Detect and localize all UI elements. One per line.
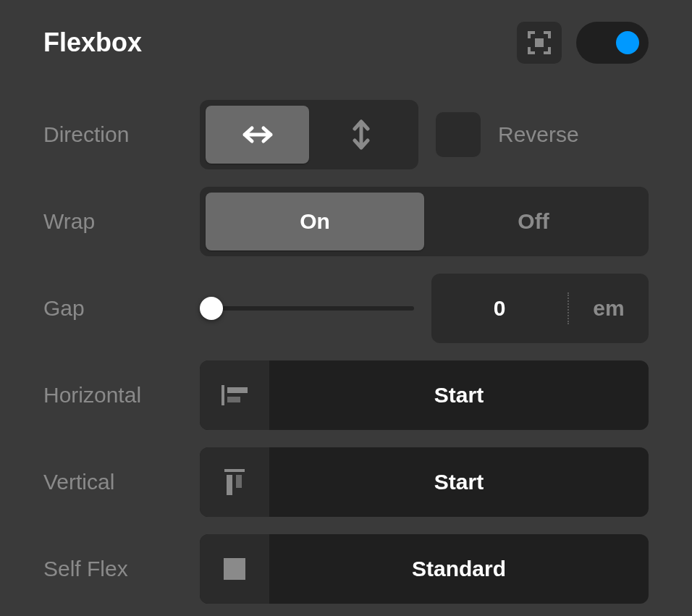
vertical-controls: Start bbox=[200, 447, 649, 517]
gap-unit-select[interactable]: em bbox=[569, 296, 649, 321]
direction-row-button[interactable] bbox=[206, 106, 309, 164]
slider-track bbox=[200, 306, 414, 311]
selfflex-controls: Standard bbox=[200, 534, 649, 604]
direction-column-button[interactable] bbox=[309, 106, 413, 164]
svg-rect-7 bbox=[224, 558, 245, 580]
reverse-checkbox[interactable] bbox=[436, 112, 481, 157]
wrap-row: Wrap On Off bbox=[43, 187, 649, 256]
expand-button[interactable] bbox=[517, 22, 562, 64]
gap-controls: 0 em bbox=[200, 274, 649, 343]
gap-value-input[interactable]: 0 bbox=[431, 296, 567, 321]
horizontal-label: Horizontal bbox=[43, 383, 200, 408]
svg-rect-4 bbox=[224, 469, 245, 472]
direction-controls: Reverse bbox=[200, 100, 649, 169]
gap-slider[interactable] bbox=[200, 294, 414, 323]
panel-title: Flexbox bbox=[43, 28, 142, 58]
selfflex-row: Self Flex Standard bbox=[43, 534, 649, 604]
wrap-on-button[interactable]: On bbox=[206, 193, 424, 250]
wrap-controls: On Off bbox=[200, 187, 649, 256]
svg-rect-5 bbox=[227, 475, 232, 495]
vertical-row: Vertical Start bbox=[43, 447, 649, 517]
square-icon bbox=[224, 558, 245, 580]
gap-label: Gap bbox=[43, 296, 200, 321]
wrap-off-button[interactable]: Off bbox=[424, 193, 643, 250]
vertical-value: Start bbox=[269, 470, 649, 494]
horizontal-value: Start bbox=[269, 383, 649, 408]
direction-row: Direction Reverse bbox=[43, 100, 649, 169]
svg-rect-6 bbox=[236, 475, 242, 488]
selfflex-label: Self Flex bbox=[43, 557, 200, 581]
arrows-horizontal-icon bbox=[242, 124, 274, 145]
reverse-label: Reverse bbox=[498, 122, 579, 147]
horizontal-icon-box bbox=[200, 360, 269, 430]
vertical-icon-box bbox=[200, 447, 269, 517]
gap-value-box: 0 em bbox=[431, 274, 649, 343]
wrap-segmented: On Off bbox=[200, 187, 649, 256]
panel-header: Flexbox bbox=[43, 22, 649, 64]
flexbox-panel: Flexbox Direction bbox=[0, 0, 692, 616]
svg-rect-2 bbox=[227, 387, 248, 393]
slider-thumb bbox=[200, 297, 223, 320]
flexbox-enable-toggle[interactable] bbox=[576, 22, 649, 64]
selfflex-icon-box bbox=[200, 534, 269, 604]
selfflex-value: Standard bbox=[269, 557, 649, 581]
gap-row: Gap 0 em bbox=[43, 274, 649, 343]
svg-rect-0 bbox=[535, 38, 544, 47]
expand-icon bbox=[526, 30, 552, 56]
vertical-label: Vertical bbox=[43, 470, 200, 494]
toggle-knob bbox=[616, 31, 639, 54]
horizontal-row: Horizontal Start bbox=[43, 360, 649, 430]
wrap-label: Wrap bbox=[43, 209, 200, 234]
horizontal-controls: Start bbox=[200, 360, 649, 430]
align-top-icon bbox=[223, 468, 246, 497]
vertical-dropdown[interactable]: Start bbox=[200, 447, 649, 517]
align-left-icon bbox=[220, 384, 249, 407]
svg-rect-3 bbox=[227, 397, 240, 402]
direction-segmented bbox=[200, 100, 418, 169]
direction-label: Direction bbox=[43, 122, 200, 147]
horizontal-dropdown[interactable]: Start bbox=[200, 360, 649, 430]
svg-rect-1 bbox=[221, 385, 224, 405]
header-controls bbox=[517, 22, 649, 64]
selfflex-dropdown[interactable]: Standard bbox=[200, 534, 649, 604]
arrows-vertical-icon bbox=[350, 119, 372, 151]
